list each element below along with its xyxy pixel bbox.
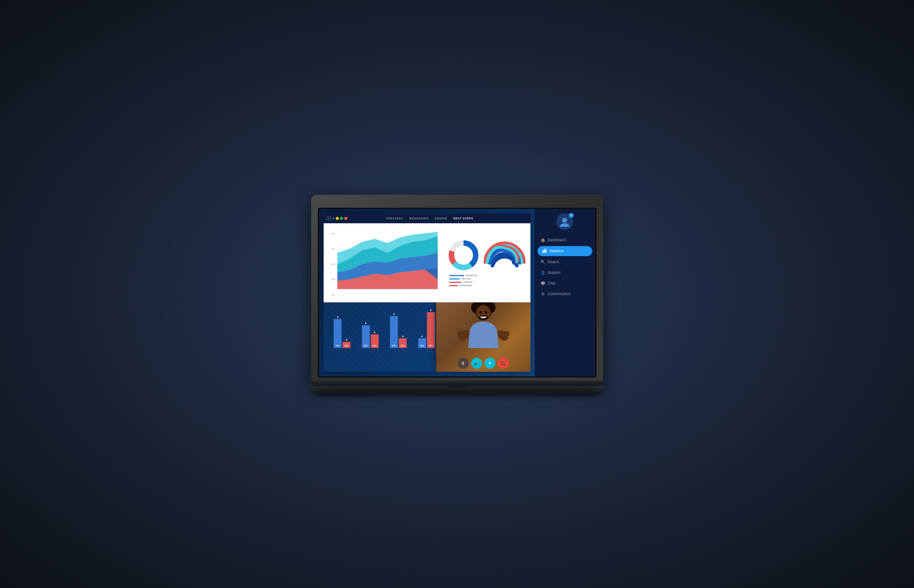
bar-wrapper-4a: 25% (418, 336, 426, 348)
legend-instagram: INSTAGRAM (449, 284, 478, 286)
bar-wrapper-2b: 35% (371, 331, 379, 348)
sidebar-item-support[interactable]: 👤 Support (535, 267, 595, 278)
bar-dot (346, 339, 347, 341)
bar-blue-4: 25% (418, 338, 426, 348)
avatar-icon (559, 216, 570, 227)
mute-button[interactable]: 🔇 (458, 358, 469, 369)
bar-label: 25% (420, 345, 424, 347)
bar-red-3: 25% (399, 338, 407, 348)
app-window: ✉ ⚙ STRATEGY MESSAGING DESIGN NEXT STEPS (324, 213, 530, 372)
webcam-area (318, 200, 596, 206)
person-svg (453, 302, 514, 350)
avatar-section: 2 (535, 213, 595, 230)
bar-blue-3: 85% (390, 316, 398, 348)
y-label-100: 100 (331, 294, 335, 296)
legend-linkedin: LINKEDIN (449, 281, 478, 283)
nav-messaging[interactable]: MESSAGING (409, 217, 429, 220)
bar-dot (393, 313, 395, 315)
bar-dot (365, 322, 367, 324)
mic-icon: 🎤 (474, 361, 479, 366)
nav-next-steps[interactable]: NEXT STEPS (453, 217, 473, 220)
svg-point-17 (485, 311, 487, 313)
svg-rect-22 (544, 249, 544, 253)
email-icon[interactable]: ✉ (327, 216, 331, 220)
microphone-button[interactable]: 🎤 (471, 358, 482, 369)
minimize-button[interactable] (336, 217, 339, 220)
nav-strategy[interactable]: STRATEGY (386, 217, 403, 220)
bar-dot (402, 336, 404, 337)
settings-icon[interactable]: ⚙ (332, 217, 334, 220)
end-call-icon: 📞 (501, 361, 506, 366)
webcam-dot (456, 203, 458, 205)
support-icon: 👤 (541, 270, 545, 275)
sidebar-item-customization[interactable]: ⚙ Customization (535, 289, 595, 299)
bar-group-3: 85% 25% (390, 313, 407, 348)
instagram-label: INSTAGRAM (459, 284, 472, 286)
svg-point-16 (480, 311, 482, 313)
bar-red-2: 35% (371, 334, 379, 348)
laptop-base-bottom (317, 391, 597, 393)
customization-label: Customization (548, 292, 571, 296)
screen: ✉ ⚙ STRATEGY MESSAGING DESIGN NEXT STEPS (319, 209, 595, 376)
bar-label: 60% (364, 345, 368, 347)
bar-label: 85% (392, 345, 396, 347)
window-content: 500 400 300 200 100 (324, 223, 530, 372)
add-participant-button[interactable]: + (484, 358, 496, 369)
bar-blue-1: 75% (334, 319, 342, 348)
bar-blue-2: 60% (362, 325, 370, 348)
laptop-body: ✉ ⚙ STRATEGY MESSAGING DESIGN NEXT STEPS (311, 195, 603, 381)
bar-wrapper-2a: 60% (362, 322, 370, 348)
social-legend: FACEBOOK TWITTER (449, 275, 478, 286)
sidebar-item-chat[interactable]: 💬 Chat (535, 278, 595, 289)
chat-label: Chat (548, 281, 556, 285)
area-chart-svg (338, 228, 438, 292)
mute-icon: 🔇 (460, 361, 466, 366)
legend-facebook: FACEBOOK (449, 275, 478, 276)
y-axis-labels: 500 400 300 200 100 (331, 233, 335, 296)
statistics-label: Statistics (549, 249, 564, 253)
bar-dot (374, 331, 375, 333)
customization-icon: ⚙ (541, 292, 545, 296)
window-nav: STRATEGY MESSAGING DESIGN NEXT STEPS (386, 217, 473, 220)
legend-twitter: TWITTER (449, 278, 478, 280)
y-label-400: 400 (331, 248, 335, 250)
nav-design[interactable]: DESIGN (434, 217, 447, 220)
window-titlebar: ✉ ⚙ STRATEGY MESSAGING DESIGN NEXT STEPS (324, 213, 530, 223)
screen-bezel: ✉ ⚙ STRATEGY MESSAGING DESIGN NEXT STEPS (318, 208, 596, 378)
bar-red-1: 15% (342, 342, 350, 348)
bar-label: 35% (373, 345, 377, 347)
sidebar-item-dashboard[interactable]: 🏠 Dashboard (535, 235, 595, 246)
y-label-200: 200 (331, 278, 335, 281)
instagram-bar (449, 285, 458, 286)
end-call-button[interactable]: 📞 (498, 358, 509, 369)
sidebar-item-search[interactable]: 🔍 Search (535, 257, 595, 267)
home-icon: 🏠 (541, 238, 545, 242)
facebook-bar (449, 275, 465, 276)
close-button[interactable] (344, 217, 347, 220)
bar-label: 75% (336, 345, 340, 347)
sidebar-item-statistics[interactable]: Statistics (538, 246, 592, 256)
window-controls: ✉ ⚙ (327, 216, 347, 220)
bar-dot (337, 317, 339, 318)
charts-top-section: 500 400 300 200 100 (324, 223, 530, 302)
notification-badge: 2 (569, 213, 574, 218)
facebook-label: FACEBOOK (466, 275, 478, 276)
donut-chart (447, 239, 480, 272)
person-silhouette (436, 302, 530, 357)
bar-wrapper-3a: 85% (390, 313, 398, 348)
dashboard-label: Dashboard (548, 238, 566, 242)
maximize-button[interactable] (340, 217, 343, 220)
swirl-chart (483, 241, 526, 284)
laptop-base (311, 386, 603, 391)
add-icon: + (488, 360, 491, 366)
bar-wrapper-4b: 95% (427, 309, 435, 348)
search-icon: 🔍 (541, 260, 545, 264)
laptop-hinge (311, 381, 603, 384)
twitter-bar (449, 278, 460, 279)
bar-wrapper-1a: 75% (334, 317, 342, 348)
bar-group-1: 75% 15% (334, 317, 350, 348)
svg-rect-21 (542, 250, 543, 253)
svg-rect-23 (545, 249, 546, 253)
video-call-overlay: 🔇 🎤 + (436, 302, 530, 372)
avatar[interactable]: 2 (556, 213, 573, 230)
